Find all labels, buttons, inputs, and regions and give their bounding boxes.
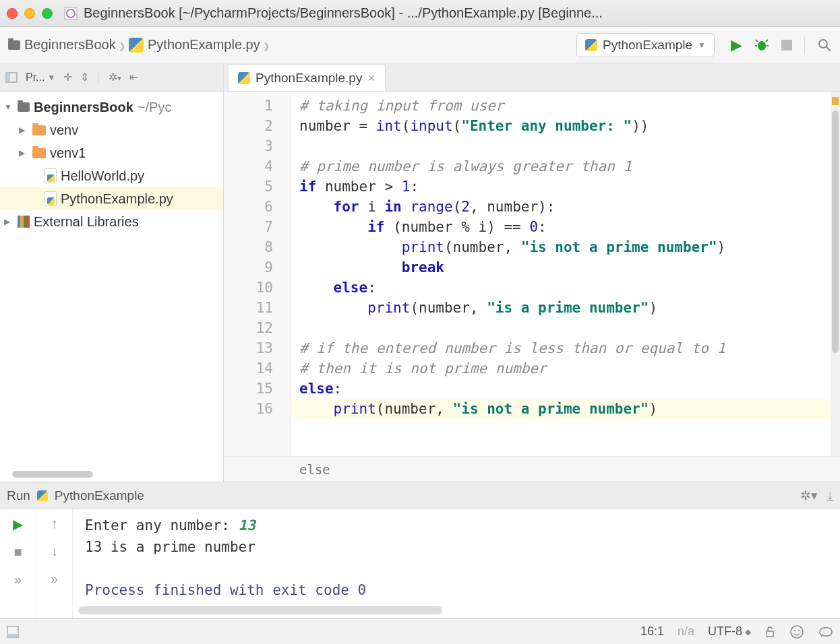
project-tool-window[interactable]: Pr...▼ ✛ ⇕ | ✲▾ ⇤ ▼ BeginnersBook ~/Pyc … [0,63,224,482]
folder-icon [8,40,20,50]
collapse-arrow-icon[interactable]: ▶ [19,148,28,158]
run-button[interactable]: ▶ [731,36,742,54]
editor-vertical-scrollbar[interactable] [831,92,840,456]
tree-root-label: BeginnersBook [34,100,133,115]
scroll-from-source-button[interactable]: ✛ [63,71,72,84]
run-tool-window[interactable]: Run PythonExample ✲▾ ↓ ▶ ■ » ↑ ↓ » Enter… [0,482,840,618]
search-button[interactable] [817,38,832,53]
svg-point-16 [798,630,800,631]
inspection-indicator[interactable] [789,624,805,640]
console-output: 13 is a prime number [85,536,828,558]
toggle-tool-windows-button[interactable] [7,626,19,638]
close-tab-button[interactable]: × [367,71,375,86]
tree-item-venv[interactable]: ▶ venv [0,119,223,141]
rerun-button[interactable]: ▶ [13,516,23,532]
breadcrumb-root-label: BeginnersBook [24,37,116,53]
python-file-icon [238,72,250,84]
scroll-down-button[interactable]: ↓ [51,544,58,559]
maximize-window-button[interactable] [42,8,53,19]
encoding-selector[interactable]: UTF-8◆ [708,624,751,639]
tool-window-icon[interactable] [5,71,18,84]
run-config-label: PythonExample [55,488,144,503]
scroll-up-button[interactable]: ↑ [51,516,58,532]
close-window-button[interactable] [7,8,18,19]
svg-rect-10 [6,73,10,82]
code-structure-breadcrumb[interactable]: else [224,456,840,482]
run-tool-label: Run [7,488,30,503]
line-number-gutter[interactable]: 12345678910111213141516 [224,92,291,456]
expand-arrow-icon[interactable]: ▼ [4,102,13,112]
stop-run-button[interactable]: ■ [13,544,22,560]
window-title: BeginnersBook [~/PycharmProjects/Beginne… [84,5,833,21]
svg-rect-13 [767,631,773,637]
tree-item-venv1[interactable]: ▶ venv1 [0,141,223,164]
window-controls [7,8,53,19]
editor-tab[interactable]: PythonExample.py × [228,64,386,91]
project-view-selector[interactable]: Pr...▼ [26,71,55,84]
svg-point-7 [819,40,827,48]
breadcrumb[interactable]: BeginnersBook › PythonExample.py › [8,36,269,54]
scrollbar-marker [832,97,839,105]
hide-button[interactable]: ⇤ [129,71,138,84]
chevron-down-icon: ▼ [698,40,706,50]
run-tool-header: Run PythonExample ✲▾ ↓ [0,482,840,509]
minimize-window-button[interactable] [24,8,35,19]
more-nav-button[interactable]: » [51,571,58,587]
libraries-icon [18,216,30,228]
tree-item-label: PythonExample.py [61,191,173,207]
tree-item-label: External Libraries [34,214,139,230]
titlebar: BeginnersBook [~/PycharmProjects/Beginne… [0,0,840,27]
cursor-position[interactable]: 16:1 [640,624,664,639]
editor-tabs: PythonExample.py × [224,63,840,92]
collapse-arrow-icon[interactable]: ▶ [19,125,28,135]
statusbar: 16:1 n/a UTF-8◆ [0,618,840,644]
collapse-arrow-icon[interactable]: ▶ [4,217,13,226]
structure-crumb-label: else [299,462,330,477]
breadcrumb-root[interactable]: BeginnersBook [8,37,116,53]
folder-icon [18,102,30,112]
app-icon [63,6,78,21]
svg-line-8 [827,47,831,51]
navigation-toolbar: BeginnersBook › PythonExample.py › Pytho… [0,27,840,63]
code-editor[interactable]: 12345678910111213141516 # taking input f… [224,92,840,456]
more-run-button[interactable]: » [14,572,22,587]
horizontal-scrollbar[interactable] [12,471,93,478]
project-tree[interactable]: ▼ BeginnersBook ~/Pyc ▶ venv ▶ venv1 Hel… [0,92,223,237]
tree-project-root[interactable]: ▼ BeginnersBook ~/Pyc [0,96,223,119]
run-config-selector[interactable]: PythonExample ▼ [576,33,715,57]
svg-rect-12 [7,634,18,637]
editor-area: PythonExample.py × 123456789101112131415… [224,63,840,482]
svg-point-14 [791,626,803,638]
readonly-toggle[interactable] [764,626,775,638]
run-gutter-secondary: ↑ ↓ » [36,509,73,618]
python-file-icon [44,168,57,183]
run-console[interactable]: Enter any number: 13 13 is a prime numbe… [73,509,840,618]
breadcrumb-file-label: PythonExample.py [148,37,260,53]
scrollbar-thumb[interactable] [832,110,839,353]
editor-tab-label: PythonExample.py [256,71,362,86]
tree-item-label: venv [50,123,78,138]
svg-point-15 [794,630,796,631]
breadcrumb-file[interactable]: PythonExample.py [129,37,260,53]
collapse-all-button[interactable]: ⇕ [80,71,89,84]
project-tool-header: Pr...▼ ✛ ⇕ | ✲▾ ⇤ [0,63,223,92]
tree-external-libraries[interactable]: ▶ External Libraries [0,210,223,233]
stop-button[interactable] [781,40,792,51]
tree-item-label: HelloWorld.py [61,168,144,184]
run-config-name: PythonExample [603,38,692,53]
tree-item-helloworld[interactable]: HelloWorld.py [0,164,223,187]
debug-button[interactable] [754,38,769,53]
run-settings-button[interactable]: ✲▾ [800,488,818,503]
console-prompt: Enter any number: [85,517,239,534]
tree-item-pythonexample[interactable]: PythonExample.py [0,187,223,210]
console-horizontal-scrollbar[interactable] [78,606,442,614]
code-body[interactable]: # taking input from usernumber = int(inp… [291,92,831,456]
notifications-button[interactable] [818,626,833,638]
python-file-icon [44,191,57,206]
toolbar-divider [804,36,805,55]
svg-point-2 [758,41,766,51]
export-button[interactable]: ↓ [827,488,834,503]
line-separator[interactable]: n/a [678,624,694,639]
chevron-right-icon: › [264,32,269,58]
settings-button[interactable]: ✲▾ [109,71,121,84]
